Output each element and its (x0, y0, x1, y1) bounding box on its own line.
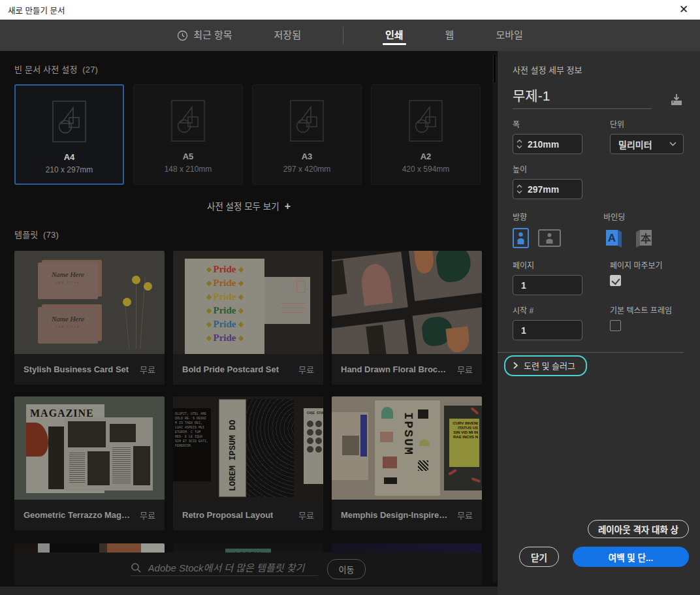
window-title: 새로 만들기 문서 (8, 4, 65, 16)
chevron-down-icon (517, 145, 522, 149)
start-number-input[interactable] (513, 320, 582, 340)
template-price-badge: 무료 (298, 363, 314, 376)
template-label-bar: Retro Proposal Layout 무료 (173, 500, 323, 530)
preset-details-panel: 사전 설정 세부 정보 무제-1 폭 단위 밀리미터 (498, 51, 700, 595)
chevron-up-icon (517, 139, 522, 143)
tab-recent[interactable]: 최근 항목 (177, 20, 232, 51)
presets-and-templates-scroll: 빈 문서 사전 설정 (27) A4 210 x 297mm A5 148 x … (0, 51, 498, 587)
clock-icon (177, 30, 188, 41)
template-label-bar: Memphis Design-Inspired Magaz... 무료 (332, 500, 482, 530)
preset-card-a4[interactable]: A4 210 x 297mm (14, 84, 124, 185)
bleed-and-slug-expander[interactable]: 도련 및 슬러그 (504, 355, 587, 376)
scrollbar-thumb[interactable] (493, 54, 496, 84)
chevron-up-icon (517, 184, 522, 188)
preset-name: A2 (421, 152, 432, 161)
template-name: Stylish Business Card Set (24, 364, 129, 374)
template-card-terrazzo-magazine[interactable]: MAGAZINE Geometric Terrazzo Magazine La.… (14, 396, 165, 530)
document-shapes-icon (408, 99, 443, 142)
template-name: Bold Pride Postcard Set (182, 364, 279, 374)
height-stepper[interactable] (513, 180, 526, 199)
templates-header: 템플릿 (73) (14, 228, 483, 240)
width-stepper[interactable] (513, 135, 526, 153)
svg-text:A: A (608, 232, 616, 244)
template-thumbnail: OLUPIT, UTEL ARE DOLO RE- S DESNI M IS T… (173, 396, 323, 500)
preset-card-a5[interactable]: A5 148 x 210mm (133, 84, 243, 185)
main-content-area: 빈 문서 사전 설정 (27) A4 210 x 297mm A5 148 x … (0, 51, 498, 595)
template-card-business-card[interactable]: Name HereJOB TITLE Name HereJOB TITLE St… (14, 251, 165, 385)
facing-pages-checkbox[interactable] (610, 275, 621, 286)
template-price-badge: 무료 (457, 363, 473, 376)
template-card-floral-brochure[interactable]: Hand Drawn Floral Brochure Lay... 무료 (332, 251, 482, 385)
template-label-bar: Hand Drawn Floral Brochure Lay... 무료 (332, 354, 482, 385)
template-price-badge: 무료 (457, 509, 473, 521)
document-shapes-icon (52, 100, 87, 143)
height-label: 높이 (513, 163, 582, 174)
preset-size: 297 x 420mm (283, 165, 331, 174)
template-thumbnail: Pride Pride Pride Pride Pride Pride (173, 251, 323, 354)
template-card-memphis-magazine[interactable]: IPSUM CURV INVENI ITATUS US SIN VID MI I… (332, 396, 482, 530)
height-input[interactable] (526, 184, 582, 195)
pages-input[interactable] (513, 275, 582, 295)
preset-card-a3[interactable]: A3 297 x 420mm (252, 84, 362, 185)
document-type-tabs: 최근 항목 저장됨 인쇄 웹 모바일 (0, 20, 700, 51)
blank-presets-count: (27) (82, 65, 98, 74)
document-shapes-icon (289, 99, 325, 142)
template-name: Memphis Design-Inspired Magaz... (341, 510, 449, 520)
search-icon (131, 562, 142, 573)
orientation-portrait-icon[interactable] (513, 228, 529, 248)
start-number-label: 시작 # (513, 304, 582, 315)
vertical-scrollbar[interactable] (492, 54, 497, 583)
chevron-down-icon (669, 142, 676, 146)
template-card-pride-postcard[interactable]: Pride Pride Pride Pride Pride Pride Bold… (173, 251, 323, 385)
tab-print[interactable]: 인쇄 (385, 20, 404, 51)
width-input[interactable] (526, 139, 582, 150)
binding-label: 바인딩 (603, 211, 684, 222)
orientation-landscape-icon[interactable] (538, 229, 561, 247)
templates-count: (73) (43, 230, 59, 240)
dialog-action-buttons: 레이아웃 격자 대화 상 닫기 여백 및 단... (498, 517, 700, 595)
document-name-field[interactable]: 무제-1 (513, 85, 652, 109)
margins-and-columns-button[interactable]: 여백 및 단... (573, 547, 689, 567)
template-card-retro-proposal[interactable]: OLUPIT, UTEL ARE DOLO RE- S DESNI M IS T… (173, 396, 323, 530)
layout-grid-dialog-button[interactable]: 레이아웃 격자 대화 상 (588, 520, 689, 538)
close-button[interactable]: 닫기 (519, 547, 559, 567)
window-close-icon[interactable]: ✕ (675, 1, 692, 18)
preset-size: 148 x 210mm (165, 165, 212, 174)
primary-text-frame-checkbox[interactable] (610, 320, 621, 331)
search-go-button[interactable]: 이동 (327, 559, 366, 579)
template-label-bar: Stylish Business Card Set 무료 (14, 354, 165, 385)
template-name: Hand Drawn Floral Brochure Lay... (341, 364, 449, 374)
template-name: Geometric Terrazzo Magazine La... (24, 510, 131, 520)
unit-value: 밀리미터 (618, 138, 652, 151)
stock-search-input[interactable] (148, 562, 318, 573)
template-row-1: Name HereJOB TITLE Name HereJOB TITLE St… (14, 251, 483, 385)
preset-card-a2[interactable]: A2 420 x 594mm (371, 84, 481, 185)
adobe-stock-search-bar: 이동 (14, 553, 482, 585)
template-price-badge: 무료 (298, 509, 314, 521)
binding-left-to-right-icon[interactable]: A (603, 227, 624, 248)
preset-name: A3 (302, 152, 313, 161)
preset-details-title: 사전 설정 세부 정보 (513, 63, 684, 76)
binding-right-to-left-icon[interactable]: 本 (633, 227, 654, 248)
template-thumbnail (332, 251, 482, 354)
template-thumbnail: IPSUM CURV INVENI ITATUS US SIN VID MI I… (332, 396, 482, 500)
preset-name: A4 (64, 152, 75, 162)
template-label-bar: Bold Pride Postcard Set 무료 (173, 354, 323, 385)
tab-web[interactable]: 웹 (445, 20, 454, 51)
width-field (513, 134, 582, 154)
orientation-label: 방향 (513, 211, 576, 222)
save-preset-icon[interactable] (669, 93, 684, 106)
template-label-bar: Geometric Terrazzo Magazine La... 무료 (14, 500, 165, 530)
tab-saved[interactable]: 저장됨 (274, 20, 301, 51)
preset-card-row: A4 210 x 297mm A5 148 x 210mm A3 297 x 4… (14, 84, 483, 185)
document-shapes-icon (170, 99, 206, 142)
tab-divider (343, 27, 343, 44)
tab-mobile[interactable]: 모바일 (496, 20, 522, 51)
tab-recent-label: 최근 항목 (193, 20, 232, 51)
svg-text:本: 本 (641, 233, 651, 244)
blank-presets-header: 빈 문서 사전 설정 (27) (14, 63, 483, 75)
view-all-presets-button[interactable]: 사전 설정 모두 보기+ (14, 199, 483, 212)
primary-text-frame-label: 기본 텍스트 프레임 (610, 304, 684, 315)
chevron-down-icon (517, 190, 522, 194)
unit-dropdown[interactable]: 밀리미터 (610, 134, 684, 154)
